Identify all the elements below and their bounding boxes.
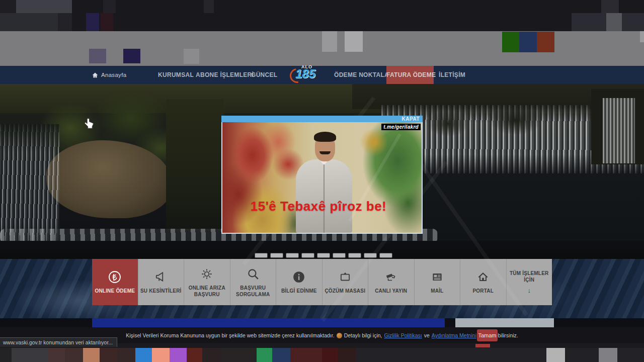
nav-item-fatura-odeme[interactable]: FATURA ÖDEME	[386, 66, 434, 84]
slider-dot[interactable]	[317, 253, 330, 258]
cookie-text: ve	[424, 332, 430, 338]
service-label: BAŞVURU SORGULAMA	[231, 285, 275, 298]
hero-rock-patch	[491, 107, 541, 134]
privacy-policy-link[interactable]: Gizlilik Politikası	[384, 332, 422, 338]
clarification-text-link[interactable]: Aydınlatma Metnini	[432, 332, 476, 338]
color-block	[204, 0, 214, 13]
color-block	[202, 348, 221, 362]
color-block	[322, 31, 337, 52]
service-label: ÇÖZÜM MASASI	[325, 288, 365, 294]
service-basvuru-sorgulama[interactable]: BAŞVURU SORGULAMA	[230, 259, 277, 305]
slider-dot[interactable]	[286, 253, 299, 258]
service-canli-yayin[interactable]: CANLI YAYIN	[368, 259, 415, 305]
waterfall-far-right	[603, 98, 635, 163]
nav-item-abone-islemleri[interactable]: ABONE İŞLEMLERİ	[196, 66, 254, 84]
color-block	[338, 348, 356, 362]
red-strip	[475, 344, 490, 347]
main-nav: Anasayfa KURUMSAL ABONE İŞLEMLERİ GÜNCEL…	[0, 66, 644, 84]
slider-dot[interactable]	[348, 253, 361, 258]
color-block	[546, 348, 565, 362]
service-label: TÜM İŞLEMLER İÇİN	[508, 270, 551, 283]
nav-item-iletisim[interactable]: İLETİŞİM	[439, 66, 465, 84]
home-icon	[92, 72, 98, 78]
slider-dot[interactable]	[364, 253, 377, 258]
color-block	[622, 13, 644, 31]
slider-dot[interactable]	[270, 253, 283, 258]
color-block	[86, 13, 99, 31]
color-block	[101, 13, 113, 31]
color-block	[0, 13, 58, 31]
hero-bank	[166, 99, 224, 231]
service-bilgi-edinme[interactable]: BİLGİ EDİNME	[276, 259, 323, 305]
color-block	[601, 0, 619, 13]
color-block	[537, 32, 554, 52]
color-block	[135, 348, 152, 362]
alo-logo-number: 185	[295, 67, 315, 81]
service-label: BİLGİ EDİNME	[281, 288, 317, 294]
color-block	[0, 348, 12, 362]
home-icon	[476, 270, 490, 284]
service-su-kesintileri[interactable]: SU KESİNTİLERİ	[138, 259, 185, 305]
slider-dots	[255, 253, 392, 258]
service-online-odeme[interactable]: ONLINE ÖDEME	[92, 259, 138, 305]
service-mail[interactable]: MAİL	[415, 259, 461, 305]
color-block	[103, 0, 116, 13]
service-cozum-masasi[interactable]: ÇÖZÜM MASASI	[323, 259, 369, 305]
color-block	[356, 348, 546, 362]
service-online-ariza-basvuru[interactable]: ONLINE ARIZA BAŞVURU	[184, 259, 230, 305]
color-block	[290, 348, 322, 362]
cookie-text: Detaylı bilgi için,	[344, 332, 382, 338]
color-block	[16, 0, 72, 13]
service-portal[interactable]: PORTAL	[460, 259, 507, 305]
color-block	[170, 348, 187, 362]
info-icon	[292, 270, 305, 284]
color-block	[640, 31, 644, 42]
service-label: MAİL	[431, 288, 443, 294]
banner-row	[0, 318, 644, 327]
service-label: ONLINE ARIZA BAŞVURU	[185, 285, 228, 298]
color-block	[322, 348, 338, 362]
alo-185-logo[interactable]: ALO 185	[289, 64, 319, 85]
nav-item-anasayfa[interactable]: Anasayfa	[92, 66, 126, 84]
mail-icon	[431, 270, 444, 284]
color-block	[272, 348, 290, 362]
service-label: SU KESİNTİLERİ	[140, 288, 182, 294]
color-block	[502, 32, 519, 52]
turkish-lira-icon	[108, 270, 121, 284]
nav-item-kurumsal[interactable]: KURUMSAL	[158, 66, 194, 84]
cookie-accept-button[interactable]: Tamam	[477, 329, 498, 341]
popup-close-button[interactable]: KAPAT	[402, 116, 420, 122]
site-header	[0, 31, 644, 66]
slider-dot[interactable]	[255, 253, 268, 258]
megaphone-icon	[154, 270, 168, 284]
color-block	[345, 31, 363, 52]
popup-caption: 15'ê Tebaxê pîroz be!	[222, 199, 415, 214]
section-title-bar	[92, 318, 445, 327]
cctv-camera-icon	[384, 270, 397, 284]
cookie-text: Kişisel Verileri Koruma Kanununa uygun b…	[126, 332, 334, 338]
bottom-color-strip	[0, 348, 644, 362]
color-block	[100, 348, 117, 362]
browser-chrome	[0, 0, 644, 31]
color-block	[599, 348, 617, 362]
color-block	[187, 348, 202, 362]
service-tum-islemler[interactable]: TÜM İŞLEMLER İÇİN ↓	[507, 259, 552, 305]
slider-dot[interactable]	[333, 253, 346, 258]
arrow-down-icon: ↓	[528, 287, 531, 294]
color-block	[58, 13, 72, 31]
color-block	[606, 13, 622, 31]
slider-dot[interactable]	[379, 253, 392, 258]
color-block	[0, 0, 16, 13]
color-block	[123, 49, 140, 63]
slider-dot[interactable]	[301, 253, 314, 258]
nav-item-guncel[interactable]: GÜNCEL	[251, 66, 277, 84]
popup-image[interactable]: t.me/gerilakrd 15'ê Tebaxê pîroz be!	[222, 122, 422, 233]
service-label: ONLINE ÖDEME	[95, 288, 135, 294]
color-block	[65, 348, 83, 362]
color-block	[565, 348, 599, 362]
person-jacket	[296, 159, 352, 233]
color-block	[117, 348, 135, 362]
popup-modal: KAPAT t.me/gerilakrd 15'ê Tebaxê pîroz b…	[221, 116, 423, 234]
services-strip: ONLINE ÖDEME SU KESİNTİLERİ ONLINE ARIZA…	[92, 259, 552, 305]
color-block	[184, 49, 199, 64]
